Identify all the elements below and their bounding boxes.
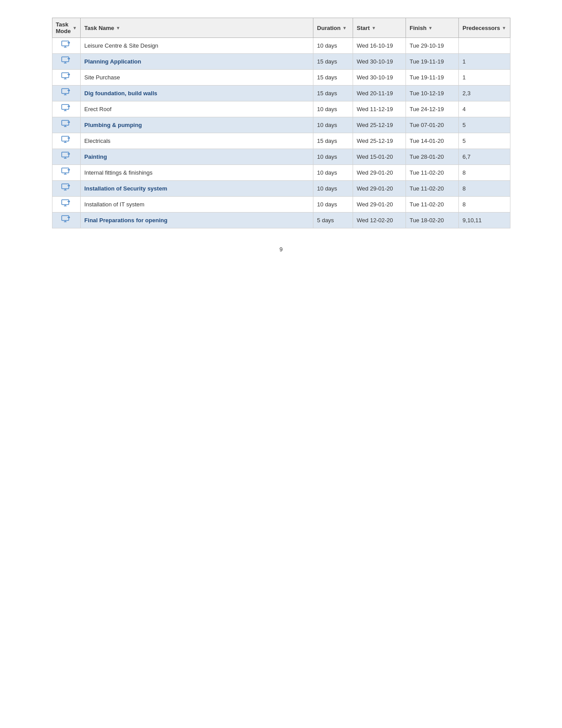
table-row: Painting10 daysWed 15-01-20Tue 28-01-206…: [52, 149, 510, 165]
predecessors-cell: 6,7: [459, 149, 510, 165]
task-name-cell: Leisure Centre & Site Design: [81, 38, 313, 54]
svg-rect-6: [62, 73, 69, 78]
task-mode-icon: [61, 136, 71, 145]
page-number-container: 9: [52, 246, 510, 253]
header-task-mode-arrow[interactable]: ▼: [72, 26, 77, 30]
task-name-text: Painting: [84, 153, 107, 160]
task-mode-cell: [52, 181, 81, 197]
task-name-text: Planning Application: [84, 58, 141, 65]
duration-cell: 10 days: [313, 181, 353, 197]
header-finish-label: Finish: [409, 25, 426, 31]
task-name-cell: Installation of Security system: [81, 181, 313, 197]
header-finish[interactable]: Finish ▼: [406, 18, 459, 38]
task-mode-cell: [52, 197, 81, 213]
finish-cell: Tue 10-12-19: [406, 86, 459, 101]
duration-cell: 10 days: [313, 149, 353, 165]
predecessors-cell: 2,3: [459, 86, 510, 101]
table-row: Plumbing & pumping10 daysWed 25-12-19Tue…: [52, 117, 510, 133]
header-task-name-arrow[interactable]: ▼: [116, 26, 120, 30]
duration-cell: 10 days: [313, 165, 353, 181]
svg-rect-24: [62, 168, 69, 173]
finish-cell: Tue 18-02-20: [406, 213, 459, 228]
task-name-text: Internal fittings & finishings: [84, 169, 153, 176]
finish-cell: Tue 07-01-20: [406, 117, 459, 133]
svg-rect-9: [62, 89, 69, 93]
task-mode-cell: [52, 165, 81, 181]
finish-cell: Tue 28-01-20: [406, 149, 459, 165]
header-start-arrow[interactable]: ▼: [372, 26, 376, 30]
header-predecessors-arrow[interactable]: ▼: [502, 26, 506, 30]
table-row: Final Preparations for opening5 daysWed …: [52, 213, 510, 228]
duration-cell: 15 days: [313, 86, 353, 101]
task-mode-icon: [61, 215, 71, 224]
header-predecessors[interactable]: Predecessors ▼: [459, 18, 510, 38]
duration-cell: 10 days: [313, 38, 353, 54]
task-mode-cell: [52, 149, 81, 165]
task-mode-icon: [61, 41, 71, 49]
task-mode-cell: [52, 70, 81, 86]
header-task-name-label: Task Name: [84, 25, 114, 31]
start-cell: Wed 30-10-19: [353, 54, 406, 70]
svg-rect-33: [62, 216, 69, 220]
task-mode-icon: [61, 104, 71, 113]
predecessors-cell: 1: [459, 54, 510, 70]
task-name-cell: Plumbing & pumping: [81, 117, 313, 133]
start-cell: Wed 11-12-19: [353, 101, 406, 117]
svg-rect-21: [62, 152, 69, 157]
start-cell: Wed 30-10-19: [353, 70, 406, 86]
task-mode-icon: [61, 152, 71, 161]
task-name-cell: Site Purchase: [81, 70, 313, 86]
header-task-name[interactable]: Task Name ▼: [81, 18, 313, 38]
task-mode-cell: [52, 38, 81, 54]
task-mode-icon: [61, 120, 71, 129]
predecessors-cell: 1: [459, 70, 510, 86]
task-name-cell: Electricals: [81, 133, 313, 149]
header-task-mode[interactable]: TaskMode ▼: [52, 18, 81, 38]
duration-cell: 5 days: [313, 213, 353, 228]
predecessors-cell: 8: [459, 197, 510, 213]
task-name-cell: Internal fittings & finishings: [81, 165, 313, 181]
header-duration[interactable]: Duration ▼: [313, 18, 353, 38]
finish-cell: Tue 29-10-19: [406, 38, 459, 54]
predecessors-cell: 8: [459, 165, 510, 181]
predecessors-cell: 4: [459, 101, 510, 117]
table-row: Installation of Security system10 daysWe…: [52, 181, 510, 197]
table-row: Installation of IT system10 daysWed 29-0…: [52, 197, 510, 213]
start-cell: Wed 29-01-20: [353, 165, 406, 181]
finish-cell: Tue 11-02-20: [406, 165, 459, 181]
finish-cell: Tue 19-11-19: [406, 70, 459, 86]
duration-cell: 15 days: [313, 54, 353, 70]
task-name-cell: Dig foundation, build walls: [81, 86, 313, 101]
task-mode-icon: [61, 183, 71, 192]
start-cell: Wed 16-10-19: [353, 38, 406, 54]
predecessors-cell: 8: [459, 181, 510, 197]
header-duration-label: Duration: [317, 25, 340, 31]
task-mode-cell: [52, 133, 81, 149]
table-row: Dig foundation, build walls15 daysWed 20…: [52, 86, 510, 101]
task-name-text: Installation of IT system: [84, 201, 144, 208]
start-cell: Wed 29-01-20: [353, 181, 406, 197]
header-finish-arrow[interactable]: ▼: [428, 26, 433, 30]
duration-cell: 10 days: [313, 117, 353, 133]
predecessors-cell: 9,10,11: [459, 213, 510, 228]
task-name-text: Plumbing & pumping: [84, 122, 142, 128]
svg-rect-12: [62, 105, 69, 109]
task-mode-cell: [52, 101, 81, 117]
header-start-label: Start: [357, 25, 370, 31]
start-cell: Wed 15-01-20: [353, 149, 406, 165]
header-start[interactable]: Start ▼: [353, 18, 406, 38]
table-row: Leisure Centre & Site Design10 daysWed 1…: [52, 38, 510, 54]
finish-cell: Tue 11-02-20: [406, 197, 459, 213]
task-name-text: Dig foundation, build walls: [84, 90, 157, 97]
task-name-text: Leisure Centre & Site Design: [84, 42, 158, 49]
task-name-cell: Painting: [81, 149, 313, 165]
table-row: Site Purchase15 daysWed 30-10-19Tue 19-1…: [52, 70, 510, 86]
predecessors-cell: 5: [459, 133, 510, 149]
header-duration-arrow[interactable]: ▼: [342, 26, 347, 30]
start-cell: Wed 25-12-19: [353, 133, 406, 149]
table-row: Erect Roof10 daysWed 11-12-19Tue 24-12-1…: [52, 101, 510, 117]
table-row: Electricals15 daysWed 25-12-19Tue 14-01-…: [52, 133, 510, 149]
task-name-cell: Planning Application: [81, 54, 313, 70]
svg-rect-30: [62, 200, 69, 205]
task-name-cell: Erect Roof: [81, 101, 313, 117]
